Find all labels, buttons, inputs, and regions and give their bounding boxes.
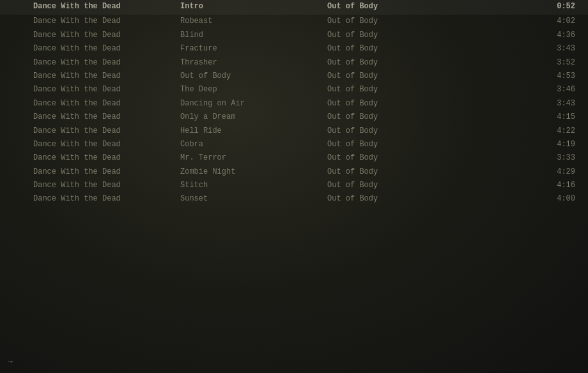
track-artist: Dance With the Dead — [33, 98, 180, 109]
track-album: Out of Body — [327, 126, 474, 137]
track-duration: 3:52 — [474, 57, 582, 68]
track-duration: 3:46 — [474, 84, 582, 95]
table-header: Dance With the Dead Intro Out of Body 0:… — [0, 0, 588, 15]
track-duration: 4:16 — [474, 180, 582, 191]
track-artist: Dance With the Dead — [33, 139, 180, 150]
table-row[interactable]: Dance With the DeadRobeastOut of Body4:0… — [0, 15, 588, 28]
track-album: Out of Body — [327, 180, 474, 191]
track-album: Out of Body — [327, 98, 474, 109]
track-duration: 4:29 — [474, 167, 582, 178]
track-artist: Dance With the Dead — [33, 180, 180, 191]
track-album: Out of Body — [327, 16, 474, 27]
table-row[interactable]: Dance With the DeadStitchOut of Body4:16 — [0, 179, 588, 192]
track-artist: Dance With the Dead — [33, 84, 180, 95]
track-album: Out of Body — [327, 71, 474, 82]
header-duration: 0:52 — [474, 1, 582, 12]
table-row[interactable]: Dance With the DeadDancing on AirOut of … — [0, 97, 588, 110]
track-title: Zombie Night — [180, 167, 327, 178]
table-row[interactable]: Dance With the DeadOut of BodyOut of Bod… — [0, 70, 588, 83]
track-title: Out of Body — [180, 71, 327, 82]
track-title: Thrasher — [180, 57, 327, 68]
track-album: Out of Body — [327, 43, 474, 54]
track-duration: 4:22 — [474, 126, 582, 137]
arrow-indicator: → — [8, 357, 13, 367]
header-album: Out of Body — [327, 1, 474, 12]
track-artist: Dance With the Dead — [33, 153, 180, 164]
table-row[interactable]: Dance With the DeadThe DeepOut of Body3:… — [0, 83, 588, 96]
track-duration: 3:43 — [474, 98, 582, 109]
track-artist: Dance With the Dead — [33, 194, 180, 204]
table-row[interactable]: Dance With the DeadHell RideOut of Body4… — [0, 125, 588, 138]
track-artist: Dance With the Dead — [33, 167, 180, 178]
track-album: Out of Body — [327, 30, 474, 41]
table-row[interactable]: Dance With the DeadOnly a DreamOut of Bo… — [0, 110, 588, 124]
header-artist: Dance With the Dead — [33, 1, 180, 12]
track-duration: 4:02 — [474, 16, 582, 27]
track-title: Only a Dream — [180, 112, 327, 123]
track-title: Blind — [180, 30, 327, 41]
track-list: Dance With the Dead Intro Out of Body 0:… — [0, 0, 588, 206]
track-duration: 4:36 — [474, 30, 582, 41]
table-row[interactable]: Dance With the DeadFractureOut of Body3:… — [0, 42, 588, 56]
track-title: Sunset — [180, 194, 327, 204]
track-duration: 3:33 — [474, 153, 582, 164]
track-album: Out of Body — [327, 153, 474, 164]
track-duration: 4:00 — [474, 194, 582, 204]
track-title: The Deep — [180, 84, 327, 95]
track-album: Out of Body — [327, 112, 474, 123]
track-title: Robeast — [180, 16, 327, 27]
track-artist: Dance With the Dead — [33, 57, 180, 68]
track-duration: 4:19 — [474, 139, 582, 150]
track-artist: Dance With the Dead — [33, 30, 180, 41]
track-artist: Dance With the Dead — [33, 71, 180, 82]
track-title: Dancing on Air — [180, 98, 327, 109]
track-duration: 4:53 — [474, 71, 582, 82]
track-album: Out of Body — [327, 194, 474, 204]
track-artist: Dance With the Dead — [33, 16, 180, 27]
track-artist: Dance With the Dead — [33, 126, 180, 137]
track-title: Fracture — [180, 43, 327, 54]
track-album: Out of Body — [327, 139, 474, 150]
track-duration: 4:15 — [474, 112, 582, 123]
track-artist: Dance With the Dead — [33, 43, 180, 54]
track-title: Stitch — [180, 180, 327, 191]
track-album: Out of Body — [327, 167, 474, 178]
table-row[interactable]: Dance With the DeadSunsetOut of Body4:00 — [0, 192, 588, 206]
table-row[interactable]: Dance With the DeadThrasherOut of Body3:… — [0, 56, 588, 70]
header-intro: Intro — [180, 1, 327, 12]
track-album: Out of Body — [327, 57, 474, 68]
track-title: Mr. Terror — [180, 153, 327, 164]
track-duration: 3:43 — [474, 43, 582, 54]
track-artist: Dance With the Dead — [33, 112, 180, 123]
table-row[interactable]: Dance With the DeadBlindOut of Body4:36 — [0, 29, 588, 42]
table-row[interactable]: Dance With the DeadZombie NightOut of Bo… — [0, 165, 588, 179]
table-row[interactable]: Dance With the DeadCobraOut of Body4:19 — [0, 138, 588, 151]
track-title: Cobra — [180, 139, 327, 150]
table-row[interactable]: Dance With the DeadMr. TerrorOut of Body… — [0, 151, 588, 165]
track-album: Out of Body — [327, 84, 474, 95]
track-title: Hell Ride — [180, 126, 327, 137]
